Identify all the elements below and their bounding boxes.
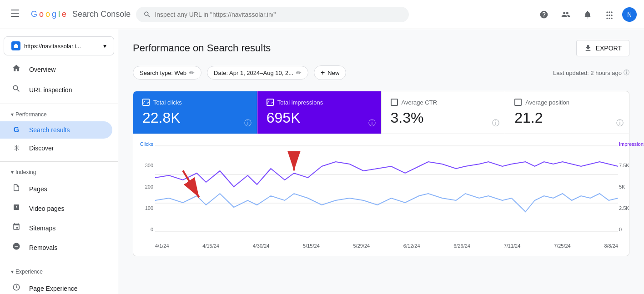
sidebar-item-removals-label: Removals [29, 244, 57, 251]
metric-total-impressions[interactable]: ✓ Total impressions 695K ⓘ [257, 91, 382, 134]
average-ctr-help-icon: ⓘ [492, 119, 499, 128]
sidebar: https://navitassolar.i... ▾ Overview URL… [0, 29, 118, 294]
edit-icon-search-type: ✏ [189, 69, 195, 76]
total-clicks-checkbox[interactable]: ✓ [142, 99, 150, 106]
avatar[interactable]: N [622, 7, 637, 22]
sidebar-section-indexing-label: Indexing [15, 169, 36, 175]
svg-rect-1 [11, 13, 19, 14]
help-icon[interactable] [535, 5, 553, 24]
search-type-label: Search type: Web [140, 70, 186, 76]
sidebar-item-video-pages[interactable]: Video pages [0, 199, 112, 218]
grid-icon[interactable] [600, 5, 619, 24]
filters-row: Search type: Web ✏ Date: Apr 1, 2024–Aug… [133, 65, 629, 80]
y-axis-left: Clicks 300 200 100 0 [135, 141, 153, 232]
sidebar-divider-2 [0, 161, 118, 162]
plus-icon: + [321, 69, 325, 77]
date-range-label: Date: Apr 1, 2024–Aug 10, 2... [214, 70, 293, 76]
x-axis-labels: 4/1/24 4/15/24 4/30/24 5/15/24 5/29/24 6… [155, 243, 618, 249]
metric-total-clicks-header: ✓ Total clicks [142, 99, 248, 106]
property-icon [11, 41, 20, 50]
property-selector[interactable]: https://navitassolar.i... ▾ [4, 36, 114, 55]
average-position-label: Average position [525, 99, 569, 106]
total-clicks-help-icon: ⓘ [244, 119, 252, 128]
search-small-icon [11, 84, 22, 95]
new-filter-button[interactable]: + New [314, 65, 346, 80]
people-icon[interactable] [557, 5, 575, 24]
average-ctr-value: 3.3% [391, 110, 496, 126]
sidebar-item-url-inspection[interactable]: URL inspection [0, 80, 112, 100]
chevron-down-icon: ▾ [11, 111, 14, 118]
last-updated: Last updated: 2 hours ago ⓘ [553, 69, 629, 77]
sidebar-item-search-results-label: Search results [29, 126, 70, 134]
page-header: Performance on Search results EXPORT [133, 40, 629, 56]
home-icon [11, 64, 22, 75]
sidebar-section-performance-label: Performance [15, 111, 47, 118]
discover-icon: ✳ [11, 143, 22, 153]
sidebar-divider-3 [0, 261, 118, 261]
removals-icon [11, 242, 22, 253]
sidebar-item-discover-label: Discover [29, 145, 54, 152]
sidebar-section-performance[interactable]: ▾ Performance [0, 108, 118, 121]
sidebar-divider-1 [0, 104, 118, 104]
sidebar-item-search-results[interactable]: G Search results [0, 121, 112, 139]
y-right-title: Impressions [619, 141, 638, 147]
total-impressions-help-icon: ⓘ [368, 119, 376, 128]
sidebar-item-pages[interactable]: Pages [0, 179, 112, 199]
sidebar-item-url-inspection-label: URL inspection [29, 86, 72, 94]
metric-average-ctr-header: Average CTR [391, 99, 496, 106]
sitemaps-icon [11, 223, 22, 233]
video-pages-icon [11, 203, 22, 214]
chart-svg [155, 141, 618, 241]
sidebar-item-overview[interactable]: Overview [0, 59, 112, 80]
url-search-bar[interactable] [136, 7, 409, 22]
average-ctr-checkbox[interactable] [391, 99, 398, 106]
search-type-filter[interactable]: Search type: Web ✏ [133, 66, 201, 80]
metrics-row: ✓ Total clicks 22.8K ⓘ ✓ Total impressio… [133, 91, 629, 134]
average-position-checkbox[interactable] [514, 99, 522, 106]
help-circle-icon: ⓘ [624, 69, 629, 77]
total-impressions-label: Total impressions [277, 99, 323, 106]
total-clicks-value: 22.8K [142, 110, 248, 126]
property-url: https://navitassolar.i... [24, 43, 100, 50]
page-title: Performance on Search results [133, 42, 271, 54]
sidebar-item-pages-label: Pages [29, 185, 47, 193]
sidebar-item-sitemaps-label: Sitemaps [29, 224, 55, 232]
average-position-help-icon: ⓘ [616, 119, 624, 128]
bell-icon[interactable] [579, 5, 597, 24]
total-impressions-checkbox[interactable]: ✓ [267, 99, 274, 106]
metric-average-ctr[interactable]: Average CTR 3.3% ⓘ [382, 91, 506, 134]
url-search-input[interactable] [155, 11, 402, 18]
google-g-icon: G [11, 126, 22, 134]
pages-icon [11, 184, 22, 194]
average-ctr-label: Average CTR [402, 99, 438, 106]
sidebar-item-sitemaps[interactable]: Sitemaps [0, 218, 112, 238]
chart-container: Clicks 300 200 100 0 Impressions 7.5K 5K… [133, 134, 629, 256]
svg-rect-0 [11, 10, 19, 10]
average-position-value: 21.2 [514, 110, 620, 126]
sidebar-section-indexing[interactable]: ▾ Indexing [0, 165, 118, 179]
sidebar-item-page-experience[interactable]: Page Experience [0, 279, 112, 294]
metrics-chart-wrapper: ✓ Total clicks 22.8K ⓘ ✓ Total impressio… [133, 91, 629, 256]
metric-average-position[interactable]: Average position 21.2 ⓘ [505, 91, 629, 134]
sidebar-item-removals[interactable]: Removals [0, 238, 112, 257]
date-range-filter[interactable]: Date: Apr 1, 2024–Aug 10, 2... ✏ [207, 66, 308, 80]
y-left-title: Clicks [135, 141, 153, 147]
export-button[interactable]: EXPORT [576, 40, 629, 56]
property-dropdown-icon: ▾ [103, 42, 106, 50]
total-clicks-label: Total clicks [153, 99, 182, 106]
edit-icon-date-range: ✏ [296, 69, 302, 76]
sidebar-item-page-experience-label: Page Experience [29, 285, 78, 292]
sidebar-section-experience[interactable]: ▾ Experience [0, 265, 118, 279]
sidebar-item-overview-label: Overview [29, 66, 55, 73]
sidebar-section-experience-label: Experience [15, 269, 43, 275]
chevron-down-icon-2: ▾ [11, 169, 14, 175]
last-updated-text: Last updated: 2 hours ago [553, 70, 622, 76]
chevron-right-icon: ▾ [11, 269, 14, 275]
menu-icon[interactable] [7, 4, 25, 25]
sidebar-item-discover[interactable]: ✳ Discover [0, 139, 112, 158]
total-impressions-value: 695K [267, 110, 372, 126]
app-logo: Google Search Console [31, 10, 131, 19]
new-button-label: New [327, 70, 339, 76]
metric-total-clicks[interactable]: ✓ Total clicks 22.8K ⓘ [133, 91, 257, 134]
main-content: Performance on Search results EXPORT Sea… [118, 29, 644, 294]
